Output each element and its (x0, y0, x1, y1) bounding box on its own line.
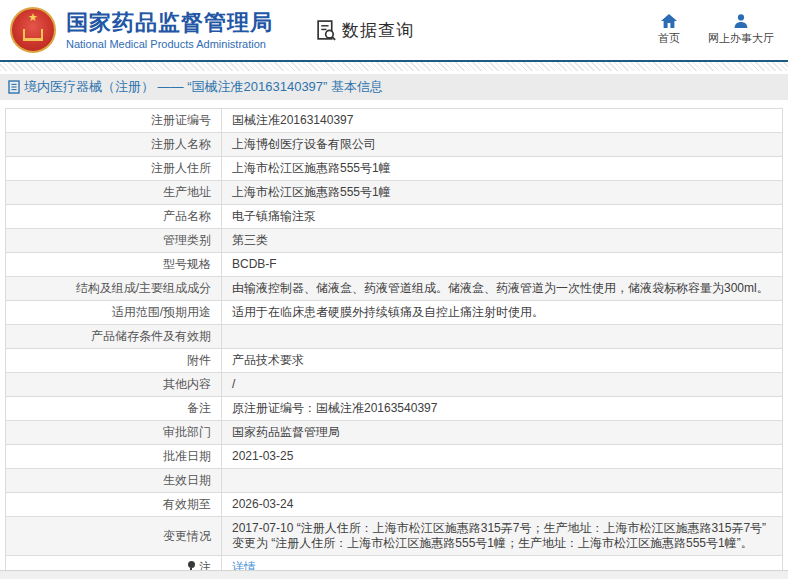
row-value: 适用于在临床患者硬膜外持续镇痛及自控止痛注射时使用。 (222, 301, 783, 325)
breadcrumb-band: 境内医疗器械（注册） —— “国械注准20163140397” 基本信息 (0, 74, 788, 100)
row-value: 第三类 (222, 229, 783, 253)
table-row: 适用范围/预期用途适用于在临床患者硬膜外持续镇痛及自控止痛注射时使用。 (6, 301, 783, 325)
row-value: 电子镇痛输注泵 (222, 205, 783, 229)
row-value: 由输液控制器、储液盒、药液管道组成。储液盒、药液管道为一次性使用，储液袋标称容量… (222, 277, 783, 301)
row-value: BCDB-F (222, 253, 783, 277)
table-row: 产品储存条件及有效期 (6, 325, 783, 349)
detail-table-wrap: 注册证编号国械注准20163140397注册人名称上海博创医疗设备有限公司注册人… (5, 108, 783, 579)
row-label: 生产地址 (6, 181, 222, 205)
data-query-section[interactable]: 数据查询 (315, 19, 414, 42)
row-label: 结构及组成/主要组成成分 (6, 277, 222, 301)
row-value (222, 469, 783, 493)
nav-home[interactable]: 首页 (658, 14, 680, 46)
row-value: 产品技术要求 (222, 349, 783, 373)
row-value: 2026-03-24 (222, 493, 783, 517)
table-row: 生产地址上海市松江区施惠路555号1幢 (6, 181, 783, 205)
table-row: 注册人住所上海市松江区施惠路555号1幢 (6, 157, 783, 181)
row-value: 上海市松江区施惠路555号1幢 (222, 157, 783, 181)
row-label: 附件 (6, 349, 222, 373)
row-value: 国械注准20163140397 (222, 109, 783, 133)
row-value: 国家药品监督管理局 (222, 421, 783, 445)
table-row: 有效期至2026-03-24 (6, 493, 783, 517)
table-row: 附件产品技术要求 (6, 349, 783, 373)
national-emblem-icon: ★ (10, 7, 56, 53)
nav-home-label: 首页 (658, 31, 680, 46)
row-label: 适用范围/预期用途 (6, 301, 222, 325)
breadcrumb-text: 境内医疗器械（注册） —— “国械注准20163140397” 基本信息 (24, 78, 383, 96)
row-label: 注册人名称 (6, 133, 222, 157)
header: ★ 国家药品监督管理局 National Medical Products Ad… (0, 0, 788, 60)
page-icon (8, 80, 20, 94)
agency-logo[interactable]: ★ 国家药品监督管理局 National Medical Products Ad… (10, 7, 273, 53)
row-value: 2021-03-25 (222, 445, 783, 469)
row-value: 2017-07-10 “注册人住所：上海市松江区施惠路315弄7号；生产地址：上… (222, 517, 783, 556)
row-label: 生效日期 (6, 469, 222, 493)
row-label: 批准日期 (6, 445, 222, 469)
row-label: 产品储存条件及有效期 (6, 325, 222, 349)
data-query-label: 数据查询 (342, 19, 414, 42)
row-label: 产品名称 (6, 205, 222, 229)
table-row: 产品名称电子镇痛输注泵 (6, 205, 783, 229)
nav-hall-label: 网上办事大厅 (708, 31, 774, 46)
table-row: 结构及组成/主要组成成分由输液控制器、储液盒、药液管道组成。储液盒、药液管道为一… (6, 277, 783, 301)
row-value: 上海市松江区施惠路555号1幢 (222, 181, 783, 205)
person-icon (733, 14, 749, 28)
row-value: / (222, 373, 783, 397)
table-row: 管理类别第三类 (6, 229, 783, 253)
hatch-strip (0, 62, 788, 71)
agency-titles: 国家药品监督管理局 National Medical Products Admi… (66, 10, 273, 51)
footer-strip (0, 570, 788, 579)
row-label: 备注 (6, 397, 222, 421)
page: ★ 国家药品监督管理局 National Medical Products Ad… (0, 0, 788, 579)
table-row: 批准日期2021-03-25 (6, 445, 783, 469)
row-label: 管理类别 (6, 229, 222, 253)
row-label: 注册证编号 (6, 109, 222, 133)
agency-name-zh: 国家药品监督管理局 (66, 10, 273, 36)
document-search-icon (315, 19, 338, 42)
home-icon (661, 14, 677, 28)
agency-name-en: National Medical Products Administration (66, 37, 273, 51)
detail-table: 注册证编号国械注准20163140397注册人名称上海博创医疗设备有限公司注册人… (5, 108, 783, 579)
row-label: 注册人住所 (6, 157, 222, 181)
nav-online-service-hall[interactable]: 网上办事大厅 (708, 14, 774, 46)
row-label: 有效期至 (6, 493, 222, 517)
table-row: 变更情况2017-07-10 “注册人住所：上海市松江区施惠路315弄7号；生产… (6, 517, 783, 556)
table-row: 生效日期 (6, 469, 783, 493)
row-label: 型号规格 (6, 253, 222, 277)
header-nav: 首页 网上办事大厅 (658, 14, 774, 46)
row-label: 变更情况 (6, 517, 222, 556)
row-value: 原注册证编号：国械注准20163540397 (222, 397, 783, 421)
table-row: 注册人名称上海博创医疗设备有限公司 (6, 133, 783, 157)
table-row: 其他内容/ (6, 373, 783, 397)
table-row: 注册证编号国械注准20163140397 (6, 109, 783, 133)
row-label: 其他内容 (6, 373, 222, 397)
row-value: 上海博创医疗设备有限公司 (222, 133, 783, 157)
detail-table-body: 注册证编号国械注准20163140397注册人名称上海博创医疗设备有限公司注册人… (6, 109, 783, 579)
row-value (222, 325, 783, 349)
table-row: 审批部门国家药品监督管理局 (6, 421, 783, 445)
table-row: 备注原注册证编号：国械注准20163540397 (6, 397, 783, 421)
breadcrumb: 境内医疗器械（注册） —— “国械注准20163140397” 基本信息 (8, 78, 383, 96)
row-label: 审批部门 (6, 421, 222, 445)
table-row: 型号规格BCDB-F (6, 253, 783, 277)
